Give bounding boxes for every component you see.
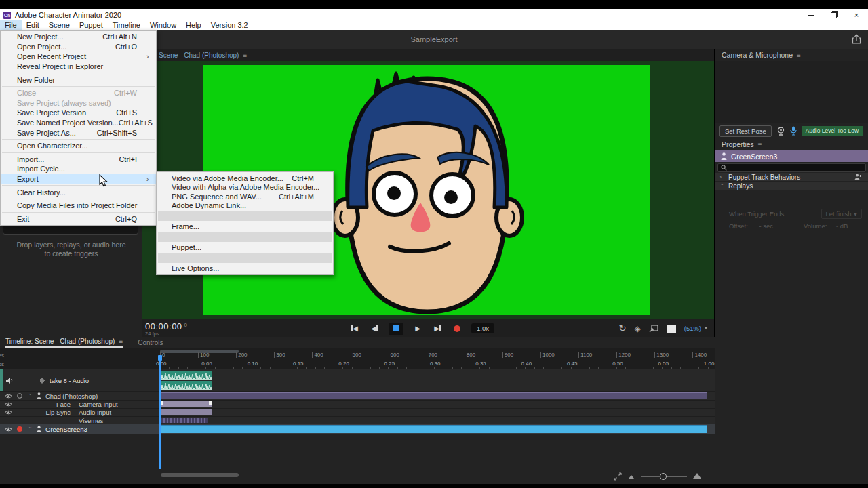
tab-controls[interactable]: Controls [138, 339, 163, 346]
stage-color-swatch[interactable] [667, 325, 676, 333]
menu-item[interactable]: Import... Ctrl+I [1, 155, 156, 165]
next-frame-button[interactable]: ▶ [432, 323, 443, 334]
menu-item[interactable]: Frame... [157, 222, 333, 232]
properties-selected-puppet[interactable]: GreenScreen3 [715, 150, 868, 162]
record-armed-icon[interactable] [17, 426, 22, 432]
refresh-stage-icon[interactable]: ↻ [619, 323, 627, 333]
properties-search-input[interactable] [717, 163, 866, 172]
play-button[interactable]: ▶ [412, 323, 423, 334]
menu-item[interactable]: Save Project As... Ctrl+Shift+S [1, 127, 156, 138]
playhead-marker[interactable] [158, 355, 162, 361]
playhead-line[interactable] [159, 361, 161, 469]
webcam-icon[interactable] [776, 127, 785, 136]
add-behavior-icon[interactable] [854, 174, 862, 180]
menubar-item[interactable]: Help [181, 20, 206, 30]
track-chad[interactable]: › Chad (Photoshop) [0, 392, 715, 401]
menu-item[interactable]: Exit Ctrl+Q [1, 214, 156, 224]
row-puppet-track-behaviors[interactable]: › Puppet Track Behaviors [715, 173, 868, 182]
menu-item[interactable]: Close Ctrl+W [1, 88, 156, 98]
camera-panel-menu-icon[interactable]: ≡ [797, 52, 801, 59]
menu-item[interactable]: Save Project Version Ctrl+S [1, 108, 156, 118]
row-replays[interactable]: › Replays [715, 182, 868, 190]
menu-item[interactable]: Export › [1, 174, 156, 184]
chad-track-bar[interactable] [160, 392, 707, 399]
menu-item[interactable] [158, 232, 332, 242]
menubar-item[interactable]: File [0, 20, 22, 30]
tab-scene[interactable]: Scene - Chad (Photoshop) [159, 52, 239, 59]
menu-item[interactable] [158, 211, 332, 221]
set-rest-pose-button[interactable]: Set Rest Pose [719, 125, 772, 137]
record-toggle-icon[interactable] [17, 393, 22, 399]
track-face[interactable]: Face Camera Input [0, 401, 715, 409]
face-camera-input-bar[interactable] [160, 401, 212, 407]
audio-clip-take8-right[interactable] [160, 381, 212, 390]
onion-skin-icon[interactable]: ◈ [635, 324, 641, 333]
track-greenscreen[interactable]: › GreenScreen3 [0, 424, 715, 434]
minimize-button[interactable] [799, 9, 822, 20]
menu-item[interactable] [2, 185, 155, 186]
visemes-bar[interactable] [160, 418, 208, 423]
menubar-item[interactable]: Scene [44, 20, 75, 30]
menubar-item[interactable]: Window [145, 20, 181, 30]
stop-button[interactable] [389, 323, 403, 335]
menu-item[interactable]: Open Project... Ctrl+O [1, 42, 156, 52]
go-to-start-button[interactable]: ◀ [349, 323, 360, 334]
menu-item[interactable]: Import Cycle... [1, 164, 156, 174]
menu-item[interactable]: Open Characterizer... [1, 141, 156, 151]
restore-button[interactable] [822, 9, 845, 20]
eye-icon[interactable] [5, 402, 12, 407]
zoom-out-icon[interactable] [629, 475, 634, 479]
menu-item[interactable]: Copy Media Files into Project Folder [1, 201, 156, 211]
fit-timeline-icon[interactable] [614, 472, 622, 481]
menubar-item[interactable]: Version 3.2 [206, 20, 253, 30]
menu-item[interactable]: Puppet... [157, 243, 333, 253]
menu-item[interactable]: New Project... Ctrl+Alt+N [1, 32, 156, 42]
menu-item[interactable]: Reveal Project in Explorer [1, 62, 156, 72]
scene-panel-menu-icon[interactable]: ≡ [243, 52, 247, 59]
tab-timeline[interactable]: Timeline: Scene - Chad (Photoshop)≡ [5, 338, 123, 348]
menu-item[interactable] [2, 199, 155, 199]
audio-clip-take8[interactable] [160, 371, 212, 380]
menu-item[interactable] [2, 139, 155, 140]
eye-icon[interactable] [5, 394, 12, 399]
menu-item[interactable]: Video via Adobe Media Encoder... Ctrl+M [157, 174, 333, 183]
lipsync-audio-input-bar[interactable] [160, 409, 212, 415]
menu-item[interactable] [2, 152, 155, 153]
playback-speed[interactable]: 1.0x [471, 323, 494, 333]
menu-item[interactable]: Video with Alpha via Adobe Media Encoder… [157, 183, 333, 192]
chevron-down-icon[interactable]: › [27, 426, 33, 432]
menu-item[interactable]: Clear History... [1, 187, 156, 197]
zoom-in-icon[interactable] [693, 473, 701, 479]
eye-icon[interactable] [5, 427, 12, 432]
microphone-icon[interactable] [790, 126, 797, 136]
greenscreen-track-bar[interactable] [160, 425, 707, 433]
menu-item[interactable] [158, 253, 332, 263]
track-audio[interactable]: take 8 - Audio [0, 369, 715, 392]
share-icon[interactable] [852, 34, 861, 44]
timeline-panel-menu-icon[interactable]: ≡ [119, 338, 123, 345]
speaker-icon[interactable] [5, 377, 14, 384]
menubar-item[interactable]: Puppet [75, 20, 108, 30]
close-button[interactable]: × [845, 9, 868, 20]
chevron-down-icon[interactable]: › [27, 393, 33, 399]
menubar-item[interactable]: Timeline [108, 20, 145, 30]
snapshot-icon[interactable] [649, 325, 658, 333]
menu-item[interactable]: Save Named Project Version... Ctrl+Alt+S [1, 118, 156, 128]
menu-item[interactable] [2, 212, 155, 213]
menu-item[interactable]: Open Recent Project › [1, 52, 156, 62]
menu-item[interactable] [2, 86, 155, 87]
track-visemes[interactable]: Visemes [0, 417, 715, 424]
record-button[interactable] [452, 323, 462, 334]
timeline-zoom-handle[interactable] [660, 473, 667, 480]
menu-item[interactable]: Save Project (always saved) [1, 98, 156, 108]
menu-item[interactable]: Adobe Dynamic Link... [157, 201, 333, 211]
menu-item[interactable]: New Folder [1, 75, 156, 85]
eye-icon[interactable] [5, 410, 12, 415]
horizontal-scrollbar[interactable] [161, 473, 239, 477]
stage-zoom-select[interactable]: (51%)▼ [684, 325, 709, 332]
menu-item[interactable]: PNG Sequence and WAV... Ctrl+Alt+M [157, 192, 333, 201]
menu-item[interactable]: Live Options... [157, 264, 333, 274]
timecode[interactable]: 00:00:000 [145, 321, 188, 331]
menubar-item[interactable]: Edit [22, 20, 44, 30]
properties-panel-menu-icon[interactable]: ≡ [758, 141, 762, 148]
